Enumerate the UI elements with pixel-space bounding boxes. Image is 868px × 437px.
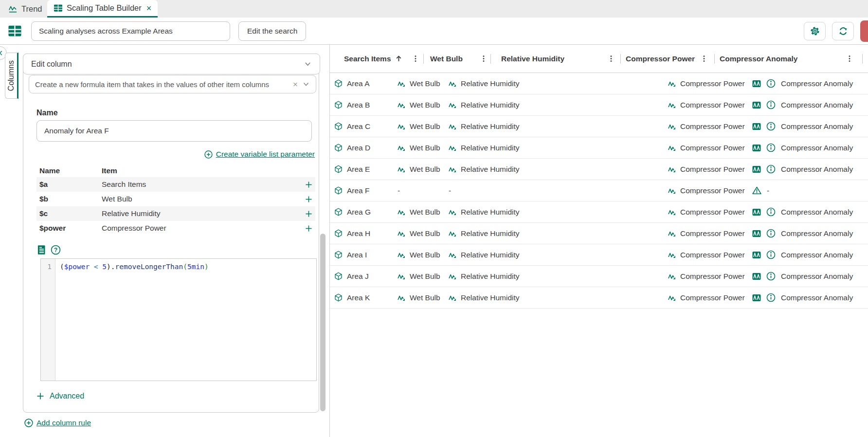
add-parameter-button[interactable]: [305, 196, 312, 203]
cell-wet-bulb[interactable]: Wet Bulb: [398, 229, 449, 238]
cell-search-item[interactable]: Area G: [334, 208, 398, 217]
cell-search-item[interactable]: Area K: [334, 293, 398, 302]
cell-compressor-power[interactable]: Compressor Power: [668, 229, 752, 238]
info-icon[interactable]: [766, 143, 776, 152]
formula-editor[interactable]: 1 ($power < 5).removeLongerThan(5min): [40, 258, 317, 381]
cell-compressor-power[interactable]: Compressor Power: [668, 165, 752, 174]
info-icon[interactable]: [766, 293, 776, 302]
info-icon[interactable]: [766, 250, 776, 259]
refresh-button[interactable]: [832, 22, 854, 40]
cell-relative-humidity[interactable]: -: [449, 186, 668, 195]
column-menu-icon[interactable]: [701, 54, 707, 64]
table-row[interactable]: Area B Wet Bulb Relative Humidity Compre…: [330, 94, 868, 116]
cell-search-item[interactable]: Area A: [334, 79, 398, 88]
cell-compressor-anomaly[interactable]: Compressor Anomaly: [752, 122, 868, 131]
cell-relative-humidity[interactable]: Relative Humidity: [449, 101, 668, 109]
add-parameter-button[interactable]: [305, 210, 312, 218]
column-menu-icon[interactable]: [481, 54, 487, 64]
table-row[interactable]: Area G Wet Bulb Relative Humidity Compre…: [330, 201, 868, 223]
cell-compressor-power[interactable]: Compressor Power: [668, 186, 752, 195]
cell-wet-bulb[interactable]: Wet Bulb: [398, 165, 449, 174]
create-variable-list-parameter-link[interactable]: Create variable list parameter: [204, 150, 315, 159]
tab-trend[interactable]: Trend: [3, 1, 48, 17]
cell-compressor-anomaly[interactable]: -: [752, 186, 868, 195]
cell-relative-humidity[interactable]: Relative Humidity: [449, 79, 668, 88]
cell-wet-bulb[interactable]: -: [398, 186, 449, 195]
close-tab-icon[interactable]: ×: [146, 4, 152, 13]
help-icon[interactable]: [51, 245, 61, 255]
cell-compressor-anomaly[interactable]: Compressor Anomaly: [752, 229, 868, 238]
cell-compressor-anomaly[interactable]: Compressor Anomaly: [752, 143, 868, 152]
cell-compressor-power[interactable]: Compressor Power: [668, 272, 752, 281]
advanced-toggle[interactable]: Advanced: [36, 392, 84, 401]
sort-ascending-icon[interactable]: [396, 55, 402, 62]
cell-compressor-anomaly[interactable]: Compressor Anomaly: [752, 293, 868, 302]
table-row[interactable]: Area A Wet Bulb Relative Humidity Compre…: [330, 73, 868, 94]
formula-document-icon[interactable]: [36, 245, 47, 255]
alert-button[interactable]: [860, 20, 868, 42]
cell-compressor-anomaly[interactable]: Compressor Anomaly: [752, 164, 868, 174]
cell-search-item[interactable]: Area H: [334, 229, 398, 238]
add-parameter-button[interactable]: [305, 225, 312, 232]
cell-relative-humidity[interactable]: Relative Humidity: [449, 251, 668, 259]
column-header-search-items[interactable]: Search Items: [330, 45, 423, 73]
column-name-input[interactable]: [36, 120, 312, 142]
warning-icon[interactable]: [752, 186, 761, 195]
cell-compressor-anomaly[interactable]: Compressor Anomaly: [752, 250, 868, 259]
table-row[interactable]: Area C Wet Bulb Relative Humidity Compre…: [330, 116, 868, 137]
column-menu-icon[interactable]: [847, 54, 852, 64]
edit-column-select[interactable]: Edit column: [23, 54, 320, 74]
table-row[interactable]: Area I Wet Bulb Relative Humidity Compre…: [330, 244, 868, 266]
cell-compressor-anomaly[interactable]: Compressor Anomaly: [752, 100, 868, 109]
cell-compressor-anomaly[interactable]: Compressor Anomaly: [752, 207, 868, 217]
column-header-relative-humidity[interactable]: Relative Humidity: [491, 45, 620, 73]
cell-compressor-anomaly[interactable]: Compressor Anomaly: [752, 79, 868, 88]
cell-search-item[interactable]: Area B: [334, 101, 398, 109]
cell-wet-bulb[interactable]: Wet Bulb: [398, 293, 449, 302]
panel-scrollbar[interactable]: [320, 234, 326, 411]
edit-search-button[interactable]: Edit the search: [238, 21, 306, 41]
formula-code[interactable]: ($power < 5).removeLongerThan(5min): [55, 259, 209, 381]
info-icon[interactable]: [766, 122, 776, 131]
add-parameter-button[interactable]: [305, 181, 312, 188]
cell-wet-bulb[interactable]: Wet Bulb: [398, 79, 449, 88]
cell-compressor-power[interactable]: Compressor Power: [668, 208, 752, 217]
cell-wet-bulb[interactable]: Wet Bulb: [398, 144, 449, 152]
search-input[interactable]: [31, 21, 230, 41]
table-row[interactable]: Area D Wet Bulb Relative Humidity Compre…: [330, 137, 868, 159]
table-row[interactable]: Area K Wet Bulb Relative Humidity Compre…: [330, 287, 868, 309]
cell-wet-bulb[interactable]: Wet Bulb: [398, 272, 449, 281]
cell-compressor-anomaly[interactable]: Compressor Anomaly: [752, 272, 868, 281]
sidebar-tab-columns[interactable]: Columns: [5, 53, 18, 99]
table-row[interactable]: Area F - - Compressor Power -: [330, 180, 868, 201]
cell-wet-bulb[interactable]: Wet Bulb: [398, 208, 449, 217]
cell-compressor-power[interactable]: Compressor Power: [668, 79, 752, 88]
info-icon[interactable]: [766, 229, 776, 238]
cell-relative-humidity[interactable]: Relative Humidity: [449, 208, 668, 217]
cell-search-item[interactable]: Area F: [334, 186, 398, 195]
cell-search-item[interactable]: Area C: [334, 122, 398, 131]
column-header-compressor-power[interactable]: Compressor Power: [621, 45, 714, 73]
clear-selection-icon[interactable]: ×: [293, 80, 298, 89]
cell-wet-bulb[interactable]: Wet Bulb: [398, 101, 449, 109]
cell-relative-humidity[interactable]: Relative Humidity: [449, 272, 668, 281]
chevron-down-icon[interactable]: [302, 80, 310, 88]
cell-compressor-power[interactable]: Compressor Power: [668, 251, 752, 259]
cell-compressor-power[interactable]: Compressor Power: [668, 122, 752, 131]
cell-search-item[interactable]: Area D: [334, 144, 398, 152]
info-icon[interactable]: [766, 79, 776, 88]
cell-relative-humidity[interactable]: Relative Humidity: [449, 165, 668, 174]
cell-search-item[interactable]: Area I: [334, 251, 398, 259]
cell-wet-bulb[interactable]: Wet Bulb: [398, 251, 449, 259]
add-column-rule-link[interactable]: Add column rule: [24, 419, 91, 427]
formula-type-combobox[interactable]: Create a new formula item that takes in …: [29, 75, 316, 93]
column-menu-icon[interactable]: [413, 54, 418, 64]
table-row[interactable]: Area E Wet Bulb Relative Humidity Compre…: [330, 159, 868, 180]
cell-compressor-power[interactable]: Compressor Power: [668, 144, 752, 152]
column-menu-icon[interactable]: [608, 54, 614, 64]
info-icon[interactable]: [766, 100, 776, 109]
settings-button[interactable]: [804, 22, 826, 40]
cell-wet-bulb[interactable]: Wet Bulb: [398, 122, 449, 131]
info-icon[interactable]: [766, 164, 776, 174]
column-header-compressor-anomaly[interactable]: Compressor Anomaly: [715, 45, 862, 73]
